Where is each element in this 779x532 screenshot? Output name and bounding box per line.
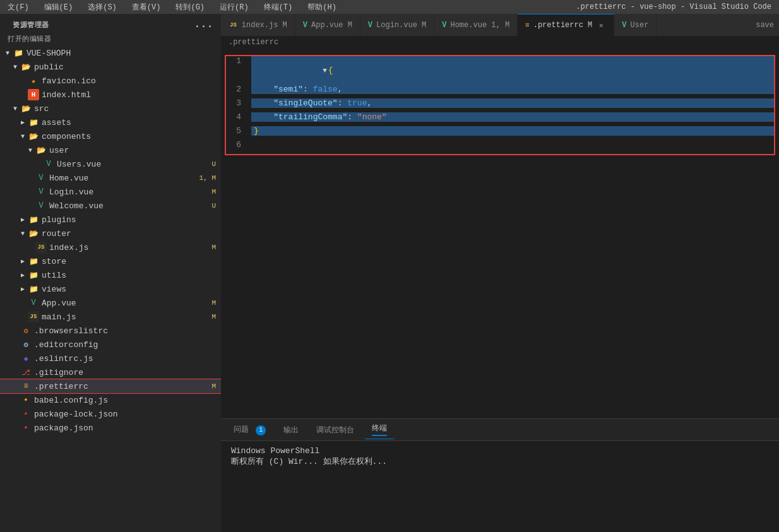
- open-editors-label: 打开的编辑器: [0, 33, 221, 46]
- panel-tab-output[interactable]: 输出: [276, 422, 306, 438]
- sidebar-item-home-vue[interactable]: V Home.vue 1, M: [0, 171, 221, 185]
- chevron-down-icon: ▼: [3, 48, 13, 58]
- chevron-right-icon: ▶: [18, 270, 28, 280]
- sidebar-item-main-js[interactable]: JS main.js M: [0, 310, 221, 324]
- menu-run[interactable]: 运行(R): [217, 2, 251, 13]
- empty-space: [10, 423, 20, 433]
- empty-space: [18, 90, 28, 100]
- menu-edit[interactable]: 编辑(E): [42, 2, 76, 13]
- js-tab-icon: JS: [229, 21, 238, 29]
- sidebar-item-label: .browserslistrc: [34, 326, 221, 336]
- tab-homevue[interactable]: V Home.vue 1, M: [434, 14, 518, 36]
- tab-loginvue[interactable]: V Login.vue M: [360, 14, 434, 36]
- sidebar-item-favicon[interactable]: ★ favicon.ico: [0, 74, 221, 88]
- fold-icon[interactable]: ▼: [323, 67, 327, 74]
- chevron-down-icon: ▼: [25, 145, 35, 155]
- sidebar-item-label: Home.vue: [49, 174, 199, 183]
- empty-space: [18, 298, 28, 308]
- vue-tab-icon: V: [368, 21, 372, 30]
- sidebar-item-label: assets: [42, 118, 211, 127]
- tabs-save-indicator: save: [751, 14, 779, 36]
- vue-tab-icon: V: [303, 21, 307, 30]
- sidebar-item-router-index[interactable]: JS index.js M: [0, 240, 221, 254]
- editorconfig-icon: ⚙: [20, 339, 32, 350]
- sidebar-item-src[interactable]: ▼ 📂 src: [0, 102, 221, 115]
- file-tree: ▼ 📂 public ★ favicon.ico H index.html ▼ …: [0, 60, 221, 532]
- sidebar-item-label: user: [49, 146, 211, 155]
- menu-terminal[interactable]: 终端(T): [261, 2, 295, 13]
- line-number: 5: [226, 126, 251, 136]
- menu-help[interactable]: 帮助(H): [305, 2, 339, 13]
- sidebar-item-label: index.html: [42, 90, 221, 100]
- panel-tab-debug-console[interactable]: 调试控制台: [309, 422, 362, 438]
- sidebar-item-browserslistrc[interactable]: ⚙ .browserslistrc: [0, 324, 221, 338]
- panel-tab-problems[interactable]: 问题 1: [226, 422, 273, 438]
- js-icon: JS: [35, 242, 47, 253]
- vue-tab-icon: V: [622, 21, 626, 30]
- menu-bar: 文(F) 编辑(E) 选择(S) 查看(V) 转到(G) 运行(R) 终端(T)…: [0, 0, 779, 14]
- menu-select[interactable]: 选择(S): [85, 2, 119, 13]
- sidebar-item-public[interactable]: ▼ 📂 public: [0, 60, 221, 74]
- tab-appvue[interactable]: V App.vue M: [295, 14, 360, 36]
- save-label: save: [756, 21, 774, 30]
- prettier-tab-icon: ≡: [525, 21, 530, 29]
- sidebar-item-app-vue[interactable]: V App.vue M: [0, 296, 221, 310]
- sidebar-item-eslintrc[interactable]: ◈ .eslintrc.js: [0, 352, 221, 365]
- sidebar-item-prettierrc[interactable]: ≡ .prettierrc M: [0, 379, 221, 393]
- code-area[interactable]: 1 ▼{ 2 "semi": false, 3 "singleQuote":: [221, 49, 779, 418]
- status-badge: [211, 133, 216, 140]
- line-number: 3: [226, 98, 251, 108]
- sidebar-item-babel-config[interactable]: ● babel.config.js: [0, 393, 221, 407]
- sidebar-item-label: plugins: [42, 215, 221, 225]
- editor-content: .prettierrc 1 ▼{ 2 "semi": false,: [221, 36, 779, 418]
- sidebar-item-welcome-vue[interactable]: V Welcome.vue U: [0, 199, 221, 213]
- editor-area: JS index.js M V App.vue M V Login.vue M …: [221, 14, 779, 532]
- sidebar-item-label: Users.vue: [57, 160, 211, 169]
- tab-usersvue[interactable]: V User: [614, 14, 657, 36]
- tab-indexjs[interactable]: JS index.js M: [221, 14, 295, 36]
- sidebar-item-user[interactable]: ▼ 📂 user: [0, 143, 221, 157]
- menu-file[interactable]: 文(F): [5, 2, 32, 13]
- sidebar-item-components[interactable]: ▼ 📂 components: [0, 129, 221, 143]
- sidebar-item-views[interactable]: ▶ 📁 views: [0, 282, 221, 296]
- sidebar-item-gitignore[interactable]: ⎇ .gitignore: [0, 365, 221, 379]
- menu-view[interactable]: 查看(V): [129, 2, 164, 13]
- menu-goto[interactable]: 转到(G): [173, 2, 207, 13]
- sidebar-item-package-lock[interactable]: ● package-lock.json: [0, 407, 221, 421]
- sidebar-item-assets[interactable]: ▶ 📁 assets: [0, 115, 221, 129]
- sidebar-item-label: components: [42, 132, 211, 141]
- empty-space: [10, 381, 20, 391]
- sidebar-more-button[interactable]: ...: [194, 19, 213, 30]
- empty-space: [10, 340, 20, 350]
- sidebar-item-label: main.js: [42, 312, 211, 322]
- sidebar-item-project-root[interactable]: ▼ 📁 VUE-SHOPH: [0, 46, 221, 60]
- line-number: 1: [226, 56, 251, 66]
- chevron-right-icon: ▶: [18, 117, 28, 127]
- panel-tab-terminal[interactable]: 终端: [364, 420, 395, 439]
- sidebar-item-index-html[interactable]: H index.html: [0, 88, 221, 102]
- folder-icon: 📂: [28, 228, 39, 239]
- sidebar-item-editorconfig[interactable]: ⚙ .editorconfig: [0, 338, 221, 352]
- sidebar-item-plugins[interactable]: ▶ 📁 plugins: [0, 213, 221, 227]
- sidebar-item-label: .editorconfig: [34, 340, 221, 350]
- sidebar-item-label: src: [34, 104, 211, 114]
- sidebar: 资源管理器 ... 打开的编辑器 ▼ 📁 VUE-SHOPH ▼ 📂 publi…: [0, 14, 221, 532]
- status-badge: M: [211, 299, 216, 307]
- sidebar-item-users-vue[interactable]: V Users.vue U: [0, 157, 221, 171]
- sidebar-item-login-vue[interactable]: V Login.vue M: [0, 185, 221, 199]
- sidebar-item-store[interactable]: ▶ 📁 store: [0, 254, 221, 268]
- sidebar-item-label: favicon.ico: [42, 76, 221, 86]
- status-badge: U: [211, 202, 216, 210]
- status-badge: M: [211, 244, 216, 251]
- empty-space: [10, 395, 20, 405]
- status-badge: M: [211, 313, 216, 321]
- sidebar-item-utils[interactable]: ▶ 📁 utils: [0, 268, 221, 282]
- sidebar-item-router[interactable]: ▼ 📂 router: [0, 227, 221, 240]
- sidebar-item-package-json[interactable]: ● package.json: [0, 421, 221, 435]
- terminal-content[interactable]: Windows PowerShell 断权所有 (C) Wir... 如果你在权…: [221, 441, 779, 532]
- folder-icon: 📁: [28, 283, 39, 295]
- tab-close-button[interactable]: ✕: [596, 20, 606, 30]
- tab-prettierrc[interactable]: ≡ .prettierrc M ✕: [518, 14, 614, 36]
- folder-icon: 📂: [20, 61, 32, 73]
- vue-tab-icon: V: [442, 21, 446, 30]
